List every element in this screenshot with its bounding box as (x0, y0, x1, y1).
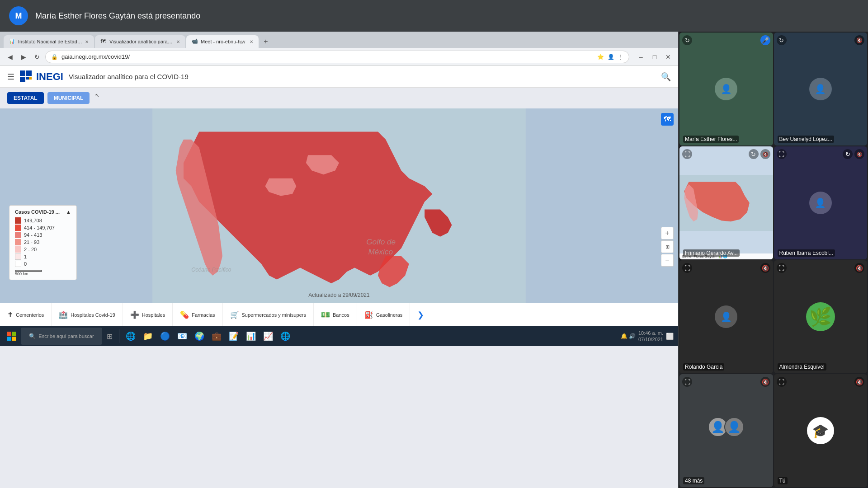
presenter-label: María Esther Flores Gaytán está presenta… (35, 11, 200, 21)
legend-collapse-icon[interactable]: ▲ (66, 209, 71, 215)
mic-muted-icon-ruben: 🔇 (854, 149, 864, 159)
inegi-logo-icon (20, 70, 33, 83)
taskbar-app-chrome[interactable]: 🌍 (192, 328, 207, 345)
taskbar-app-files[interactable]: 📁 (140, 328, 156, 345)
taskbar-app-excel[interactable]: 📈 (260, 328, 276, 345)
expand-icon-rolando[interactable]: ⛶ (682, 263, 692, 273)
map-area[interactable]: Golfo de México Océano Pacífico Casos CO… (0, 108, 678, 303)
zoom-layers-button[interactable]: ⊞ (661, 240, 674, 253)
refresh-icon-maria[interactable]: ↻ (682, 35, 692, 45)
tile-top-icons-frimario: ⛶ ↻ 🔇 (679, 149, 773, 159)
poi-farmacias[interactable]: 💊 Farmacias (173, 303, 222, 326)
estatal-button[interactable]: ESTATAL (7, 92, 44, 104)
presenter-avatar: M (9, 6, 28, 25)
tab-close-0[interactable]: ✕ (85, 39, 89, 44)
expand-icon-48mas[interactable]: ⛶ (682, 377, 692, 387)
expand-icon-ruben[interactable]: ⛶ (777, 149, 787, 159)
forward-button[interactable]: ▶ (18, 52, 29, 62)
map-nav-right[interactable]: 🗺 (661, 113, 674, 126)
show-desktop-icon[interactable]: ⬜ (666, 333, 674, 340)
municipal-button[interactable]: MUNICIPAL (47, 92, 90, 104)
poi-gasolineras[interactable]: ⛽ Gasolineras (357, 303, 410, 326)
restore-button[interactable]: □ (649, 52, 660, 62)
mic-muted-icon-48mas: 🔇 (760, 377, 770, 387)
legend-color-2 (15, 232, 21, 238)
you-avatar: 🎓 (807, 417, 834, 444)
task-view-button[interactable]: ⊞ (104, 328, 115, 345)
browser-tab-1[interactable]: 🗺 Visualizador analítico para el CO... ✕ (95, 35, 185, 48)
legend-color-3 (15, 239, 21, 245)
expand-icon-you[interactable]: ⛶ (777, 377, 787, 387)
poi-hospitales[interactable]: ➕ Hospitales (123, 303, 173, 326)
mic-muted-icon-rolando: 🔇 (760, 263, 770, 273)
inegi-search-icon[interactable]: 🔍 (661, 72, 671, 82)
inegi-view-buttons: ESTATAL MUNICIPAL ↖ (0, 88, 678, 108)
poi-supermercados[interactable]: 🛒 Supermercados y minisupers (223, 303, 314, 326)
mic-muted-icon-bev: 🔇 (854, 35, 864, 45)
refresh-icon-ruben[interactable]: ↻ (843, 149, 853, 159)
tab-close-2[interactable]: ✕ (250, 39, 253, 44)
poi-cementerios[interactable]: ✝ Cementerios (0, 303, 52, 326)
video-tile-bev: 👤 ↻ 🔇 Bev Uamelyd López... (774, 33, 868, 145)
taskbar-app-edge[interactable]: 🔵 (157, 328, 173, 345)
refresh-icon-frimario[interactable]: ↻ (749, 149, 759, 159)
zoom-in-button[interactable]: + (661, 227, 674, 239)
outlook-icon: 📧 (177, 331, 187, 341)
browser-tab-0[interactable]: 📊 Instituto Nacional de Estadística... ✕ (4, 35, 94, 48)
video-tile-you: 🎓 ⛶ 🔇 Tú (774, 374, 868, 487)
legend-row-3: 21 - 93 (15, 239, 71, 245)
zoom-out-button[interactable]: − (661, 254, 674, 267)
video-grid: 👤 ↻ 🎤 María Esther Flores... 👤 ↻ 🔇 Bev U… (679, 32, 868, 488)
browser-nav: ◀ ▶ ↻ 🔒 gaia.inegi.org.mx/covid19/ ⭐ 👤 ⋮… (0, 48, 678, 66)
expand-icon-frimario[interactable]: ⛶ (682, 149, 692, 159)
task-view-icon: ⊞ (107, 332, 113, 341)
inegi-page: ☰ INEGI Visualizador analítico para el C… (0, 66, 678, 488)
taskbar-app-teams[interactable]: 💼 (209, 328, 224, 345)
refresh-icon-bev[interactable]: ↻ (777, 35, 787, 45)
zoom-controls: + ⊞ − (661, 227, 674, 267)
ie-icon: 🌐 (126, 331, 136, 341)
taskbar-app-outlook[interactable]: 📧 (175, 328, 190, 345)
video-tile-frimario: Esther Flores Gaytán 📊🌐 ⛶ ↻ 🔇 Frimario G… (679, 146, 773, 259)
chrome2-icon: 🌐 (280, 331, 290, 341)
taskbar-app-word[interactable]: 📝 (226, 328, 241, 345)
almendra-avatar: 🌿 (806, 302, 835, 331)
close-window-button[interactable]: ✕ (663, 52, 674, 62)
expand-icon-almendra[interactable]: ⛶ (777, 263, 787, 273)
taskbar-app-pp[interactable]: 📊 (243, 328, 259, 345)
poi-bancos[interactable]: 💵 Bancos (314, 303, 357, 326)
legend-title: Casos COVID-19 ... ▲ (15, 209, 71, 215)
windows-taskbar: 🔍 Escribe aquí para buscar ⊞ 🌐 📁 (0, 326, 678, 346)
poi-hospitales-covid[interactable]: 🏥 Hospitales Covid-19 (52, 303, 123, 326)
start-button[interactable] (5, 328, 19, 345)
powerpoint-icon: 📊 (246, 331, 256, 341)
edge-icon: 🔵 (160, 331, 170, 341)
tile-name-maria: María Esther Flores... (683, 136, 739, 143)
taskbar-app-ie[interactable]: 🌐 (123, 328, 138, 345)
browser-tab-2[interactable]: 📹 Meet - nro-ebnu-hjw ✕ (186, 35, 259, 48)
search-bar[interactable]: 🔍 Escribe aquí para buscar (21, 328, 102, 345)
svg-rect-2 (20, 77, 25, 82)
poi-icon-farmacias: 💊 (180, 310, 189, 319)
tray-icons: 🔔 🔊 (621, 333, 636, 339)
legend-row-4: 2 - 20 (15, 246, 71, 253)
inegi-menu-icon[interactable]: ☰ (7, 72, 14, 82)
tile-top-icons-ruben: ⛶ ↻ 🔇 (774, 149, 868, 159)
new-tab-button[interactable]: + (259, 35, 272, 48)
poi-more[interactable]: ❯ (410, 303, 431, 326)
reload-button[interactable]: ↻ (32, 52, 42, 62)
video-tile-almendra: 🌿 ⛶ 🔇 Almendra Esquivel (774, 260, 868, 373)
tile-top-icons-bev: ↻ 🔇 (774, 35, 868, 45)
mic-muted-icon-you: 🔇 (854, 377, 864, 387)
excel-icon: 📈 (263, 331, 273, 341)
back-button[interactable]: ◀ (5, 52, 15, 62)
taskbar-app-chrome2[interactable]: 🌐 (278, 328, 293, 345)
address-bar[interactable]: 🔒 gaia.inegi.org.mx/covid19/ ⭐ 👤 ⋮ (45, 51, 629, 63)
tile-name-ruben: Ruben Ibarra Escobl... (778, 249, 835, 257)
tile-name-you: Tú (778, 477, 788, 484)
minimize-button[interactable]: – (636, 52, 646, 62)
svg-rect-3 (26, 77, 29, 80)
poi-icon-cementerios: ✝ (7, 310, 13, 319)
tab-close-1[interactable]: ✕ (176, 39, 180, 44)
legend-color-1 (15, 225, 21, 231)
